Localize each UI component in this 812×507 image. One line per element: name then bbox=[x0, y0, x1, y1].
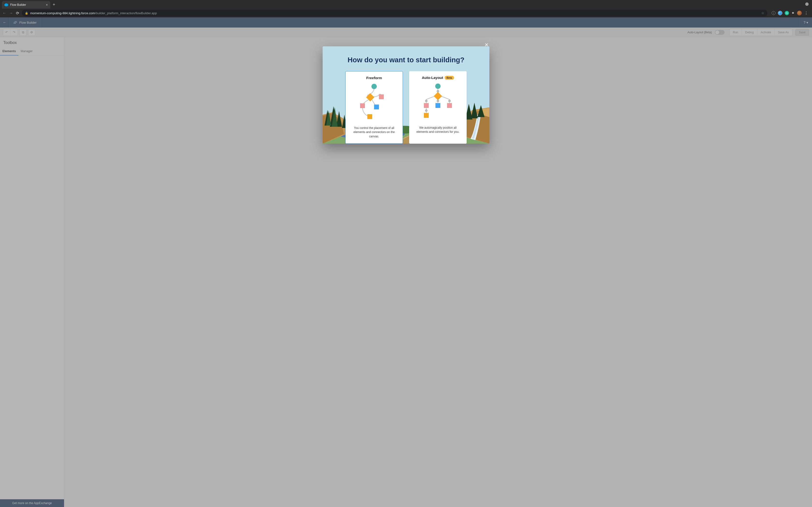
svg-text:+: + bbox=[438, 100, 439, 102]
svg-rect-2 bbox=[379, 95, 384, 99]
new-tab-button[interactable]: + bbox=[50, 1, 58, 9]
window-menu-icon[interactable] bbox=[805, 2, 809, 6]
svg-rect-24 bbox=[424, 113, 429, 118]
svg-text:+: + bbox=[426, 110, 427, 112]
tab-title: Flow Builder bbox=[10, 3, 44, 6]
svg-point-9 bbox=[435, 83, 441, 89]
card-title-freeform: Freeform bbox=[366, 76, 382, 80]
svg-rect-5 bbox=[367, 114, 372, 119]
close-tab-icon[interactable]: × bbox=[46, 3, 48, 7]
lock-icon: 🔒 bbox=[25, 12, 28, 15]
autolayout-diagram-icon: + + + + + bbox=[418, 82, 457, 122]
bookmark-star-icon[interactable]: ☆ bbox=[761, 11, 764, 15]
svg-rect-12 bbox=[434, 92, 442, 100]
extension-icon-2[interactable]: G bbox=[785, 11, 789, 15]
svg-text:+: + bbox=[426, 100, 427, 102]
card-title-autolayout: Auto-Layout bbox=[422, 75, 443, 80]
svg-rect-4 bbox=[374, 105, 379, 109]
svg-point-0 bbox=[371, 84, 377, 89]
browser-address-bar: ← → ⟳ 🔒 momentum-computing-884.lightning… bbox=[0, 9, 812, 17]
nav-forward-icon: → bbox=[9, 11, 13, 15]
browser-menu-icon[interactable]: ⋮ bbox=[804, 11, 808, 15]
browser-tab-strip: Flow Builder × + bbox=[0, 0, 812, 9]
svg-rect-3 bbox=[360, 103, 365, 108]
info-icon[interactable]: i bbox=[772, 11, 775, 15]
extensions-puzzle-icon[interactable]: ✦ bbox=[792, 11, 795, 15]
salesforce-cloud-icon bbox=[4, 3, 8, 6]
svg-rect-19 bbox=[424, 103, 429, 108]
beta-badge: Beta bbox=[445, 76, 454, 80]
option-card-autolayout[interactable]: Auto-Layout Beta + + + + bbox=[409, 71, 467, 144]
freeform-diagram-icon bbox=[355, 83, 394, 123]
extension-icon-1[interactable]: 🔍 bbox=[778, 11, 782, 15]
url-text: momentum-computing-884.lightning.force.c… bbox=[30, 11, 157, 15]
nav-reload-icon[interactable]: ⟳ bbox=[16, 11, 19, 15]
modal-title: How do you want to start building? bbox=[330, 56, 482, 64]
browser-tab[interactable]: Flow Builder × bbox=[2, 1, 50, 9]
card-desc-autolayout: We automagically position all elements a… bbox=[413, 126, 463, 134]
url-field[interactable]: 🔒 momentum-computing-884.lightning.force… bbox=[22, 10, 767, 16]
nav-back-icon: ← bbox=[2, 11, 6, 15]
svg-text:+: + bbox=[449, 100, 450, 102]
svg-rect-20 bbox=[436, 103, 440, 108]
svg-rect-21 bbox=[447, 103, 452, 108]
profile-avatar[interactable] bbox=[797, 11, 802, 15]
card-desc-freeform: You control the placement of all element… bbox=[349, 126, 399, 138]
option-card-freeform[interactable]: Freeform You control the bbox=[345, 71, 403, 144]
modal: × How do you want to start building? Fre… bbox=[323, 46, 489, 144]
extension-icons: i 🔍 G ✦ ⋮ bbox=[770, 11, 810, 15]
